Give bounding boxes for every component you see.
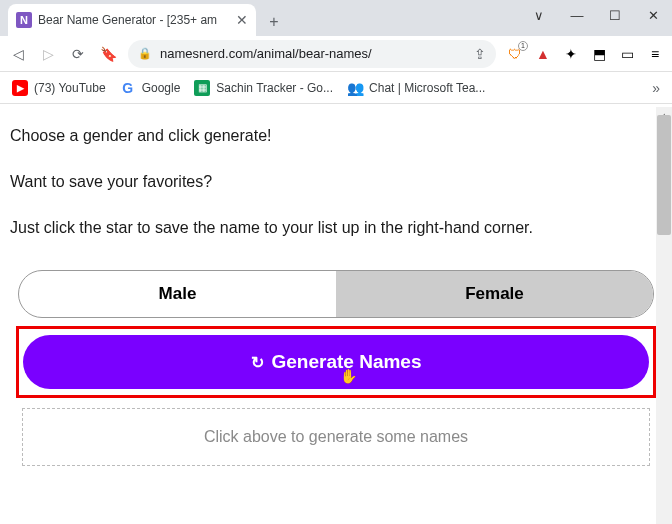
instruction-text-3: Just click the star to save the name to … (10, 216, 662, 240)
results-placeholder: Click above to generate some names (22, 408, 650, 466)
brave-shield-icon[interactable]: 🛡1 (506, 45, 524, 63)
close-window-button[interactable]: ✕ (634, 0, 672, 30)
sheets-icon: ▦ (194, 80, 210, 96)
window-controls: ∨ — ☐ ✕ (520, 0, 672, 30)
bookmark-label: Google (142, 81, 181, 95)
url-text: namesnerd.com/animal/bear-names/ (160, 46, 372, 61)
bookmark-label: (73) YouTube (34, 81, 106, 95)
cursor-icon: ✋ (340, 368, 357, 384)
bookmark-label: Sachin Tracker - Go... (216, 81, 333, 95)
address-bar[interactable]: 🔒 namesnerd.com/animal/bear-names/ ⇪ (128, 40, 496, 68)
downloads-icon[interactable]: ⬒ (590, 45, 608, 63)
tab-female[interactable]: Female (336, 271, 653, 317)
scrollbar[interactable]: ▴ (656, 107, 672, 524)
bookmark-youtube[interactable]: ▶ (73) YouTube (12, 80, 106, 96)
highlight-box: ↻ Generate Names ✋ (16, 326, 656, 398)
tab-title: Bear Name Generator - [235+ am (38, 13, 230, 27)
title-bar: N Bear Name Generator - [235+ am ✕ + ∨ —… (0, 0, 672, 36)
gender-tabs: Male Female (18, 270, 654, 318)
new-tab-button[interactable]: + (260, 8, 288, 36)
bookmark-label: Chat | Microsoft Tea... (369, 81, 485, 95)
placeholder-text: Click above to generate some names (204, 428, 468, 446)
teams-icon: 👥 (347, 80, 363, 96)
reload-button[interactable]: ⟳ (68, 44, 88, 64)
bookmark-teams[interactable]: 👥 Chat | Microsoft Tea... (347, 80, 485, 96)
tab-male[interactable]: Male (19, 271, 336, 317)
menu-icon[interactable]: ≡ (646, 45, 664, 63)
instruction-text-2: Want to save your favorites? (10, 170, 662, 194)
reader-icon[interactable]: ▭ (618, 45, 636, 63)
refresh-icon: ↻ (251, 353, 264, 372)
back-button[interactable]: ◁ (8, 44, 28, 64)
youtube-icon: ▶ (12, 80, 28, 96)
google-icon: G (120, 80, 136, 96)
extension-icons: 🛡1 ▲ ✦ ⬒ ▭ ≡ (506, 45, 664, 63)
bookmark-google[interactable]: G Google (120, 80, 181, 96)
site-favicon: N (16, 12, 32, 28)
bookmarks-bar: ▶ (73) YouTube G Google ▦ Sachin Tracker… (0, 72, 672, 104)
scroll-thumb[interactable] (657, 115, 671, 235)
dropdown-icon[interactable]: ∨ (520, 0, 558, 30)
bookmark-icon[interactable]: 🔖 (98, 44, 118, 64)
extensions-puzzle-icon[interactable]: ✦ (562, 45, 580, 63)
browser-toolbar: ◁ ▷ ⟳ 🔖 🔒 namesnerd.com/animal/bear-name… (0, 36, 672, 72)
triangle-extension-icon[interactable]: ▲ (534, 45, 552, 63)
tab-close-icon[interactable]: ✕ (236, 12, 248, 28)
bookmark-sheets[interactable]: ▦ Sachin Tracker - Go... (194, 80, 333, 96)
instruction-text-1: Choose a gender and click generate! (10, 124, 662, 148)
generate-button[interactable]: ↻ Generate Names ✋ (23, 335, 649, 389)
share-icon[interactable]: ⇪ (474, 46, 486, 62)
maximize-button[interactable]: ☐ (596, 0, 634, 30)
forward-button[interactable]: ▷ (38, 44, 58, 64)
page-content: Choose a gender and click generate! Want… (0, 104, 672, 524)
browser-tab[interactable]: N Bear Name Generator - [235+ am ✕ (8, 4, 256, 36)
minimize-button[interactable]: — (558, 0, 596, 30)
bookmarks-overflow[interactable]: » (652, 80, 660, 96)
lock-icon: 🔒 (138, 47, 152, 60)
